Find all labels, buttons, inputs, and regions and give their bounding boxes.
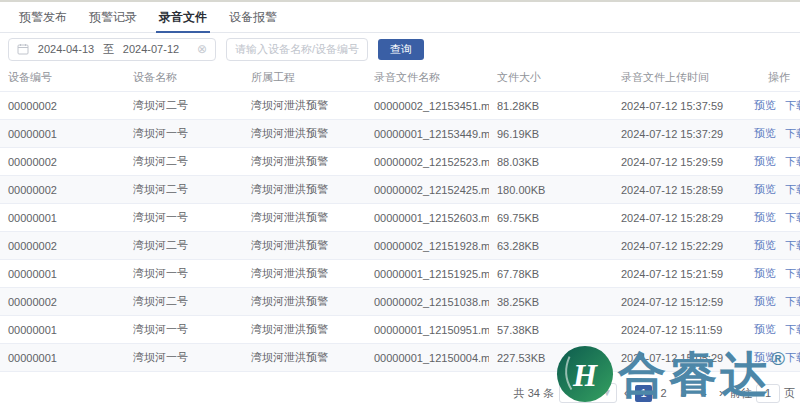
- calendar-icon: [17, 43, 29, 55]
- cell-file-size: 88.03KB: [489, 148, 613, 176]
- query-button[interactable]: 查询: [378, 39, 424, 60]
- clear-date-icon[interactable]: ⊗: [197, 43, 207, 55]
- table-header-row: 设备编号 设备名称 所属工程 录音文件名称 文件大小 录音文件上传时间 操作: [0, 64, 800, 92]
- date-start-input[interactable]: [33, 43, 99, 55]
- cell-file-name: 00000002_12153451.mp3: [366, 92, 489, 120]
- next-page-button[interactable]: ›: [717, 386, 725, 400]
- tab-bar: 预警发布 预警记录 录音文件 设备报警: [0, 2, 800, 33]
- cell-device-id: 00000002: [0, 232, 125, 260]
- tab-device-alarms[interactable]: 设备报警: [218, 2, 288, 32]
- table-row: 00000002 湾坝河二号 湾坝河泄洪预警 00000002_12151928…: [0, 232, 800, 260]
- cell-actions: 预览 下载: [740, 288, 800, 316]
- cell-file-name: 00000001_12150004.mp3: [366, 344, 489, 372]
- cell-project: 湾坝河泄洪预警: [243, 120, 366, 148]
- cell-device-id: 00000002: [0, 148, 125, 176]
- download-link[interactable]: 下载: [785, 323, 800, 335]
- page-button-4[interactable]: 4: [695, 385, 712, 402]
- cell-project: 湾坝河泄洪预警: [243, 92, 366, 120]
- preview-link[interactable]: 预览: [754, 183, 776, 195]
- cell-uploaded-at: 2024-07-12 15:37:59: [613, 92, 740, 120]
- cell-file-name: 00000001_12151925.mp3: [366, 260, 489, 288]
- download-link[interactable]: 下载: [785, 127, 800, 139]
- table-row: 00000002 湾坝河二号 湾坝河泄洪预警 00000002_12153451…: [0, 92, 800, 120]
- cell-file-name: 00000002_12152425.mp3: [366, 176, 489, 204]
- download-link[interactable]: 下载: [785, 99, 800, 111]
- cell-actions: 预览 下载: [740, 316, 800, 344]
- cell-device-id: 00000002: [0, 176, 125, 204]
- download-link[interactable]: 下载: [785, 155, 800, 167]
- download-link[interactable]: 下载: [785, 239, 800, 251]
- tab-recording-files[interactable]: 录音文件: [148, 2, 218, 32]
- search-input[interactable]: [226, 38, 368, 61]
- cell-device-name: 湾坝河一号: [125, 344, 243, 372]
- cell-file-name: 00000001_12152603.mp3: [366, 204, 489, 232]
- cell-device-id: 00000001: [0, 316, 125, 344]
- preview-link[interactable]: 预览: [754, 295, 776, 307]
- download-link[interactable]: 下载: [785, 211, 800, 223]
- cell-device-name: 湾坝河二号: [125, 148, 243, 176]
- cell-actions: 预览 下载: [740, 344, 800, 372]
- cell-file-name: 00000002_12152523.mp3: [366, 148, 489, 176]
- page-button-1[interactable]: 1: [635, 385, 652, 402]
- download-link[interactable]: 下载: [785, 267, 800, 279]
- page-buttons: 1234: [635, 385, 712, 402]
- table-row: 00000001 湾坝河一号 湾坝河泄洪预警 00000001_12150004…: [0, 344, 800, 372]
- cell-actions: 预览 下载: [740, 176, 800, 204]
- date-end-input[interactable]: [118, 43, 184, 55]
- page-button-3[interactable]: 3: [675, 385, 692, 402]
- cell-file-size: 69.75KB: [489, 204, 613, 232]
- goto-suffix: 页: [784, 386, 795, 401]
- cell-actions: 预览 下载: [740, 204, 800, 232]
- cell-project: 湾坝河泄洪预警: [243, 148, 366, 176]
- col-file-name: 录音文件名称: [366, 64, 489, 92]
- cell-uploaded-at: 2024-07-12 15:28:59: [613, 176, 740, 204]
- goto-page-input[interactable]: [756, 384, 780, 403]
- cell-file-size: 227.53KB: [489, 344, 613, 372]
- cell-device-id: 00000001: [0, 260, 125, 288]
- preview-link[interactable]: 预览: [754, 239, 776, 251]
- cell-uploaded-at: 2024-07-12 15:11:59: [613, 316, 740, 344]
- col-device-name: 设备名称: [125, 64, 243, 92]
- date-range-picker[interactable]: 至 ⊗: [8, 38, 216, 61]
- cell-file-name: 00000002_12151038.mp3: [366, 288, 489, 316]
- cell-device-id: 00000001: [0, 204, 125, 232]
- preview-link[interactable]: 预览: [754, 267, 776, 279]
- cell-device-name: 湾坝河二号: [125, 232, 243, 260]
- cell-file-name: 00000001_12153449.mp3: [366, 120, 489, 148]
- download-link[interactable]: 下载: [785, 295, 800, 307]
- col-file-size: 文件大小: [489, 64, 613, 92]
- page-button-2[interactable]: 2: [655, 385, 672, 402]
- cell-uploaded-at: 2024-07-12 15:21:59: [613, 260, 740, 288]
- tab-alert-records[interactable]: 预警记录: [78, 2, 148, 32]
- date-range-separator: 至: [103, 42, 114, 57]
- preview-link[interactable]: 预览: [754, 99, 776, 111]
- preview-link[interactable]: 预览: [754, 351, 776, 363]
- table-row: 00000002 湾坝河二号 湾坝河泄洪预警 00000002_12152523…: [0, 148, 800, 176]
- download-link[interactable]: 下载: [785, 183, 800, 195]
- preview-link[interactable]: 预览: [754, 127, 776, 139]
- tab-alert-publish[interactable]: 预警发布: [8, 2, 78, 32]
- cell-file-size: 96.19KB: [489, 120, 613, 148]
- cell-device-name: 湾坝河一号: [125, 260, 243, 288]
- preview-link[interactable]: 预览: [754, 323, 776, 335]
- table-body: 00000002 湾坝河二号 湾坝河泄洪预警 00000002_12153451…: [0, 92, 800, 372]
- cell-uploaded-at: 2024-07-12 15:29:59: [613, 148, 740, 176]
- download-link[interactable]: 下载: [785, 351, 800, 363]
- cell-device-id: 00000001: [0, 344, 125, 372]
- cell-actions: 预览 下载: [740, 260, 800, 288]
- recording-files-page: 预警发布 预警记录 录音文件 设备报警 至 ⊗ 查询: [0, 0, 800, 410]
- cell-actions: 预览 下载: [740, 120, 800, 148]
- cell-actions: 预览 下载: [740, 92, 800, 120]
- cell-project: 湾坝河泄洪预警: [243, 232, 366, 260]
- goto-page: 前往 页: [730, 384, 795, 403]
- cell-file-size: 67.78KB: [489, 260, 613, 288]
- preview-link[interactable]: 预览: [754, 155, 776, 167]
- cell-project: 湾坝河泄洪预警: [243, 176, 366, 204]
- preview-link[interactable]: 预览: [754, 211, 776, 223]
- prev-page-button[interactable]: ‹: [622, 386, 630, 400]
- col-uploaded-at: 录音文件上传时间: [613, 64, 740, 92]
- table-row: 00000001 湾坝河一号 湾坝河泄洪预警 00000001_12152603…: [0, 204, 800, 232]
- cell-device-name: 湾坝河一号: [125, 316, 243, 344]
- cell-device-name: 湾坝河二号: [125, 92, 243, 120]
- page-size-select[interactable]: ▼: [559, 383, 617, 403]
